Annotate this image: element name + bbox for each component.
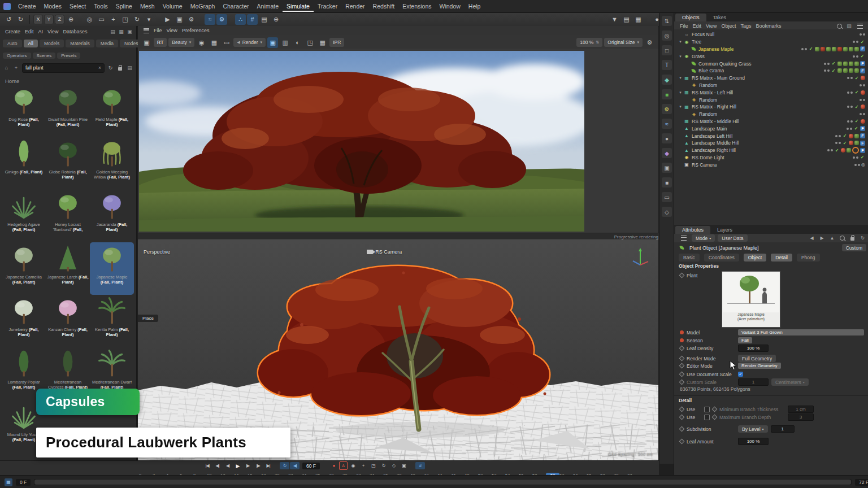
render-visibility-dot[interactable] xyxy=(863,99,865,101)
panel-menu-icon[interactable] xyxy=(857,24,863,29)
asset-item-juneberry[interactable]: Juneberry (Fall, Plant) xyxy=(2,295,46,347)
render-visibility-dot[interactable] xyxy=(850,91,853,94)
material-chip[interactable] xyxy=(861,119,865,124)
menu-render[interactable]: Render xyxy=(341,1,368,12)
anim-dot[interactable] xyxy=(679,415,685,420)
spline-pen-icon[interactable]: ◆ xyxy=(662,75,672,85)
subdivision-mode-dropdown[interactable]: By Level▾ xyxy=(738,425,768,433)
tab-layers[interactable]: Layers xyxy=(710,226,739,234)
plant-preview-thumbnail[interactable]: Japanese Maple (Acer palmatum) xyxy=(722,271,780,328)
enabled-check-icon[interactable]: ✓ xyxy=(860,40,865,45)
attributes-menu-icon[interactable] xyxy=(681,236,687,241)
ipr-toggle[interactable]: IPR xyxy=(329,38,344,47)
menu-tracker[interactable]: Tracker xyxy=(314,1,341,12)
history-icon[interactable]: ↻ xyxy=(859,234,866,242)
object-row-landscape-right-hill[interactable]: ▲Landscape Right Hill✓F xyxy=(674,147,868,154)
material-chip[interactable] xyxy=(854,62,859,66)
object-row-grass[interactable]: ▾◉Grass✓ xyxy=(674,53,868,60)
object-row-rs-camera[interactable]: ▣RS Camera◎ xyxy=(674,161,868,168)
editor-visibility-dot[interactable] xyxy=(853,156,855,159)
om-menu-tags[interactable]: Tags xyxy=(738,23,753,29)
om-menu-object[interactable]: Object xyxy=(719,23,738,29)
anim-dot[interactable] xyxy=(679,356,685,361)
menu-character[interactable]: Character xyxy=(219,1,253,12)
viewport-menu-icon[interactable] xyxy=(144,28,149,33)
tab-attributes[interactable]: Attributes xyxy=(675,226,710,234)
object-row-rs-matrix-left-hill[interactable]: ▾▦RS Matrix - Left Hill✓ xyxy=(674,89,868,96)
enabled-check-icon[interactable]: ✓ xyxy=(854,119,860,124)
material-chip[interactable] xyxy=(837,62,842,66)
undo-icon[interactable]: ↺ xyxy=(3,14,14,25)
om-menu-edit[interactable]: Edit xyxy=(691,23,704,29)
material-chip[interactable] xyxy=(861,76,865,80)
fields-badge[interactable]: F xyxy=(860,133,865,138)
detail-view-icon[interactable]: ▤ xyxy=(126,64,133,72)
modeling-axis-icon[interactable]: ⊕ xyxy=(271,14,281,25)
render-visibility-dot[interactable] xyxy=(850,106,853,108)
material-chip[interactable] xyxy=(854,47,859,51)
home-icon[interactable]: ⌂ xyxy=(3,64,10,72)
material-chip[interactable] xyxy=(843,47,848,51)
frame-icon[interactable]: □ xyxy=(662,45,672,55)
render-picture-viewer-button[interactable]: ▣ xyxy=(174,14,185,25)
tab-takes[interactable]: Takes xyxy=(706,14,734,21)
tab-models[interactable]: Models xyxy=(40,40,64,47)
editor-visibility-dot[interactable] xyxy=(801,48,804,50)
object-row-random[interactable]: ◈Random xyxy=(674,111,868,118)
enabled-check-icon[interactable]: ✓ xyxy=(808,46,814,51)
anim-dot[interactable] xyxy=(679,426,685,432)
editor-visibility-dot[interactable] xyxy=(835,142,837,144)
editor-visibility-dot[interactable] xyxy=(853,55,855,58)
workplane-icon[interactable]: ▤ xyxy=(259,14,270,25)
grid-toggle-icon[interactable]: ▦ xyxy=(209,37,219,48)
panel-detach-icon[interactable]: ▣ xyxy=(126,28,133,36)
leaf-amount-field[interactable]: 100 % xyxy=(738,438,769,445)
move-tool-icon[interactable]: + xyxy=(108,14,119,25)
anim-dot[interactable] xyxy=(679,363,685,369)
annotate-icon[interactable]: ◇ xyxy=(662,207,672,217)
active-camera-icon[interactable]: ◎ xyxy=(861,162,865,167)
use-document-scale-checkbox[interactable]: ✓ xyxy=(738,372,743,377)
om-menu-file[interactable]: File xyxy=(678,23,691,29)
asset-item-jacaranda[interactable]: Jacaranda (Fall, Plant) xyxy=(90,190,134,242)
ab-menu-databases[interactable]: Databases xyxy=(60,28,89,35)
filter-icon[interactable]: ▤ xyxy=(845,23,853,30)
live-selection-icon[interactable]: ◎ xyxy=(84,14,95,25)
range-end-field[interactable]: 72 F xyxy=(855,479,868,486)
editor-visibility-dot[interactable] xyxy=(854,164,857,166)
menu-spline[interactable]: Spline xyxy=(112,1,136,12)
menu-mograph[interactable]: MoGraph xyxy=(186,1,219,12)
material-chip[interactable] xyxy=(849,62,853,66)
enabled-check-icon[interactable]: ✓ xyxy=(854,76,860,81)
primitive-cube-icon[interactable]: ■ xyxy=(662,89,672,99)
deformer-icon[interactable]: ◆ xyxy=(662,148,672,158)
editor-visibility-dot[interactable] xyxy=(824,69,826,72)
display-icon[interactable]: ▭ xyxy=(662,192,672,202)
editor-visibility-dot[interactable] xyxy=(860,113,862,115)
keyframe-dot[interactable] xyxy=(680,330,684,334)
axis-x-button[interactable]: X xyxy=(33,15,43,24)
render-view-button[interactable]: ▶ xyxy=(162,14,173,25)
navigate-icon[interactable]: ⇅ xyxy=(662,16,672,26)
render-visibility-dot[interactable] xyxy=(850,77,853,79)
subtab-operators[interactable]: Operators xyxy=(3,53,31,59)
enabled-check-icon[interactable]: ✓ xyxy=(860,155,865,160)
forward-icon[interactable]: ▶ xyxy=(818,234,826,242)
tab-all[interactable]: All xyxy=(24,40,38,47)
enabled-check-icon[interactable]: ✓ xyxy=(853,126,859,131)
material-chip[interactable] xyxy=(849,68,853,73)
clear-search-icon[interactable]: × xyxy=(98,65,101,71)
asset-item-japanese-camellia[interactable]: Japanese Camellia (Fall, Plant) xyxy=(2,242,46,295)
timeline-mode-icon[interactable]: ▦ xyxy=(5,478,12,486)
prop-tab-basic[interactable]: Basic xyxy=(679,254,700,262)
asset-item-kanzan-cherry[interactable]: Kanzan Cherry (Fall, Plant) xyxy=(46,295,90,347)
prop-tab-coordinates[interactable]: Coordinates xyxy=(704,254,739,262)
simulate-toggle-icon[interactable]: ≈ xyxy=(205,14,215,25)
render-visibility-dot[interactable] xyxy=(863,113,865,115)
subtab-scenes[interactable]: Scenes xyxy=(33,53,56,59)
tab-auto[interactable]: Auto xyxy=(3,40,22,47)
render-visibility-dot[interactable] xyxy=(805,48,807,50)
axis-y-button[interactable]: Y xyxy=(44,15,54,24)
render-visibility-dot[interactable] xyxy=(856,156,858,159)
snap-toggle-icon[interactable]: ∴ xyxy=(235,14,246,25)
